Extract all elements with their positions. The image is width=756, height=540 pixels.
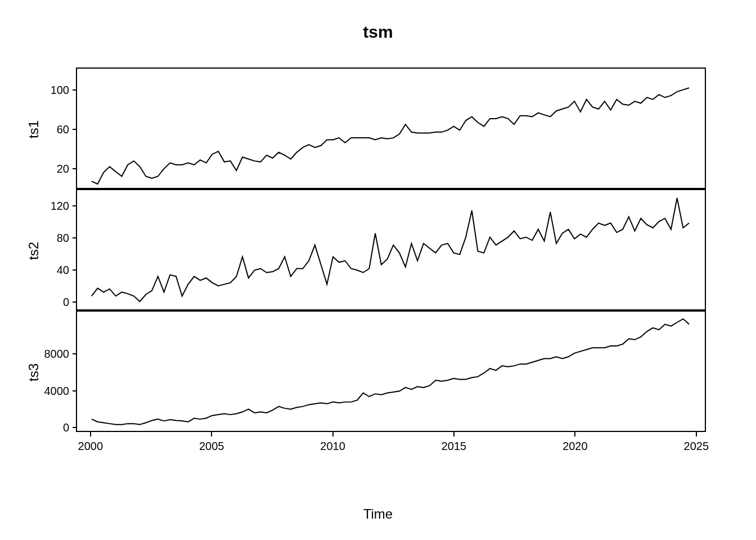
x-tick-label: 2000 <box>78 440 104 453</box>
chart-ylabel-ts3: ts3 <box>26 361 42 384</box>
y-tick-label: 4000 <box>44 384 70 397</box>
chart-ylabel-ts1: ts1 <box>26 118 42 141</box>
x-tick-mark <box>453 432 454 436</box>
x-tick-label: 2010 <box>320 440 345 453</box>
y-tick-label: 80 <box>57 232 69 245</box>
chart-plot-ts2 <box>77 190 705 309</box>
y-tick-label: 8000 <box>44 348 70 361</box>
chart-title: tsm <box>0 22 756 42</box>
x-tick-label: 2020 <box>562 440 588 453</box>
x-tick-mark <box>211 432 212 436</box>
chart-plot-ts3 <box>77 312 705 431</box>
x-tick-mark <box>90 432 91 436</box>
chart-panel-ts1: 2060100 <box>76 68 706 189</box>
y-tick-mark <box>73 168 77 169</box>
y-tick-mark <box>73 89 77 91</box>
y-tick-mark <box>73 390 77 392</box>
chart-stage: tsm 2060100 ts1 04080120 ts2 040008000 t… <box>0 0 756 540</box>
chart-line <box>92 319 689 425</box>
y-tick-mark <box>73 353 77 354</box>
x-tick-mark <box>332 432 334 436</box>
y-tick-mark <box>73 302 77 303</box>
chart-panel-ts2: 04080120 <box>76 189 706 310</box>
y-tick-mark <box>73 205 77 206</box>
y-tick-mark <box>73 129 77 130</box>
y-tick-label: 60 <box>57 123 69 136</box>
x-tick-label: 2005 <box>199 440 224 453</box>
chart-xlabel: Time <box>0 506 756 522</box>
x-tick-label: 2025 <box>684 440 709 453</box>
y-tick-label: 100 <box>51 84 69 97</box>
y-tick-mark <box>73 237 77 238</box>
chart-line <box>92 198 689 302</box>
y-tick-label: 20 <box>57 162 69 175</box>
chart-line <box>92 88 689 184</box>
y-tick-label: 120 <box>51 200 69 213</box>
y-tick-label: 40 <box>57 264 69 277</box>
chart-ylabel-ts2: ts2 <box>26 240 42 262</box>
y-tick-label: 0 <box>63 421 69 434</box>
x-tick-mark <box>574 432 575 436</box>
y-tick-mark <box>73 269 77 271</box>
x-tick-mark <box>696 432 697 436</box>
x-tick-label: 2015 <box>442 440 467 453</box>
y-tick-mark <box>73 427 77 428</box>
chart-panel-ts3: 040008000 <box>76 310 706 432</box>
y-tick-label: 0 <box>63 295 69 308</box>
chart-plot-ts1 <box>77 69 705 188</box>
